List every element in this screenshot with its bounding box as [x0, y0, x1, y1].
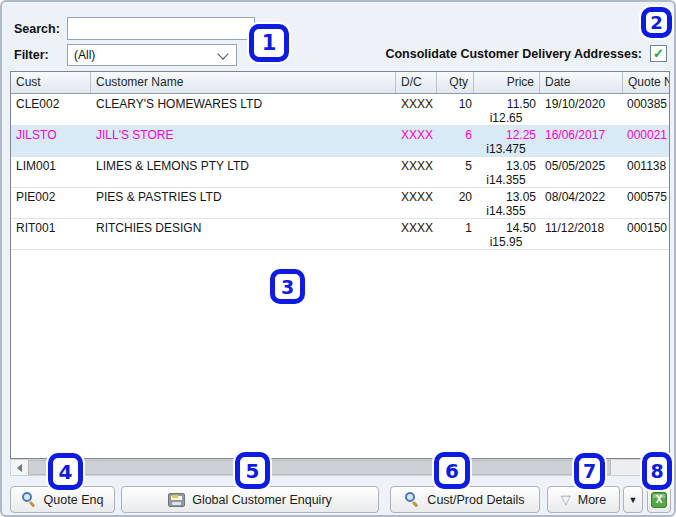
consolidate-checkbox[interactable]: ✓ [650, 45, 667, 62]
left-arrow-icon [17, 464, 22, 472]
column-header-price[interactable]: Price [474, 72, 540, 93]
customer-name: LIMES & LEMONS PTY LTD [96, 159, 392, 174]
date-value: 16/06/2017 [545, 128, 622, 143]
cust-prod-details-label: Cust/Prod Details [427, 493, 524, 507]
horizontal-scrollbar[interactable] [10, 459, 670, 476]
price-value: 13.05 [474, 190, 536, 205]
price-value: 14.50 [474, 221, 536, 236]
dc-value: XXXX [401, 159, 435, 174]
price-value: 11.50 [474, 97, 536, 112]
search-label: Search: [14, 22, 60, 36]
qty-value: 20 [437, 190, 472, 205]
cust-code-link[interactable]: PIE002 [16, 190, 88, 205]
qty-value: 1 [437, 221, 472, 236]
filter-dropdown[interactable]: (All) [67, 44, 237, 66]
price-inc-value: i14.355 [474, 204, 538, 219]
column-header-cust[interactable]: Cust [11, 72, 91, 93]
customer-name: PIES & PASTRIES LTD [96, 190, 392, 205]
table-row[interactable]: LIM001 LIMES & LEMONS PTY LTD XXXX 5 13.… [11, 157, 669, 188]
annotation-badge-3: 3 [270, 269, 305, 304]
quote-enq-label: Quote Enq [44, 493, 104, 507]
price-inc-value: i13.475 [474, 142, 538, 157]
price-inc-value: i15.95 [474, 235, 538, 250]
table-row[interactable]: RIT001 RITCHIES DESIGN XXXX 1 14.50 i15.… [11, 219, 669, 250]
column-header-dc[interactable]: D/C [396, 72, 437, 93]
dc-value: XXXX [401, 221, 435, 236]
column-header-quote-no[interactable]: Quote No [623, 72, 669, 93]
more-button[interactable]: ▽ More [547, 486, 620, 513]
annotation-badge-6: 6 [434, 452, 470, 489]
excel-icon: X [651, 492, 667, 508]
price-value: 13.05 [474, 159, 536, 174]
quote-no-link[interactable]: 000385 [627, 97, 669, 112]
qty-value: 6 [437, 128, 472, 143]
annotation-badge-5: 5 [235, 452, 270, 489]
cust-code-link[interactable]: LIM001 [16, 159, 88, 174]
price-value: 12.25 [474, 128, 536, 143]
scroll-left-button[interactable] [11, 460, 28, 475]
cust-prod-details-button[interactable]: Cust/Prod Details [390, 486, 540, 513]
price-inc-value: i14.355 [474, 173, 538, 188]
grid-header: Cust Customer Name D/C Qty Price Date Qu… [11, 72, 669, 94]
dc-value: XXXX [401, 97, 435, 112]
quote-no-link[interactable]: 001138 [627, 159, 669, 174]
date-value: 19/10/2020 [545, 97, 622, 112]
dropdown-arrow-icon: ▼ [629, 495, 638, 505]
date-value: 11/12/2018 [545, 221, 622, 236]
quote-no-link[interactable]: 000021 [627, 128, 669, 143]
column-header-customer-name[interactable]: Customer Name [91, 72, 396, 93]
customer-name: CLEARY'S HOMEWARES LTD [96, 97, 392, 112]
customer-name: JILL'S STORE [96, 128, 392, 143]
table-row[interactable]: CLE002 CLEARY'S HOMEWARES LTD XXXX 10 11… [11, 95, 669, 126]
cust-code-link[interactable]: JILSTO [16, 128, 88, 143]
dc-value: XXXX [401, 190, 435, 205]
global-customer-enquiry-button[interactable]: Global Customer Enquiry [121, 486, 379, 513]
export-excel-button[interactable]: X [647, 486, 671, 513]
customer-name: RITCHIES DESIGN [96, 221, 392, 236]
quote-no-link[interactable]: 000575 [627, 190, 669, 205]
column-header-date[interactable]: Date [540, 72, 623, 93]
scrollbar-thumb[interactable] [28, 460, 611, 475]
annotation-badge-7: 7 [574, 453, 605, 489]
global-customer-enquiry-label: Global Customer Enquiry [192, 493, 332, 507]
more-label: More [578, 493, 606, 507]
results-grid: Cust Customer Name D/C Qty Price Date Qu… [10, 71, 670, 459]
price-inc-value: i12.65 [474, 111, 538, 126]
table-row-selected[interactable]: JILSTO JILL'S STORE XXXX 6 12.25 i13.475… [11, 126, 669, 157]
register-icon [168, 493, 185, 507]
search-input[interactable] [67, 17, 255, 40]
date-value: 08/04/2022 [545, 190, 622, 205]
magnifier-icon [405, 492, 420, 507]
table-row[interactable]: PIE002 PIES & PASTRIES LTD XXXX 20 13.05… [11, 188, 669, 219]
chevron-down-icon [217, 48, 228, 59]
qty-value: 10 [437, 97, 472, 112]
triangle-down-icon: ▽ [561, 493, 571, 506]
annotation-badge-1: 1 [249, 24, 289, 62]
annotation-badge-4: 4 [48, 453, 83, 490]
checkmark-icon: ✓ [653, 46, 664, 61]
date-value: 05/05/2025 [545, 159, 622, 174]
dc-value: XXXX [401, 128, 435, 143]
consolidate-label: Consolidate Customer Delivery Addresses: [385, 47, 642, 61]
more-dropdown-arrow-button[interactable]: ▼ [623, 486, 643, 513]
quote-enq-button[interactable]: Quote Enq [10, 486, 115, 513]
quote-enquiry-panel: Search: Filter: (All) Consolidate Custom… [0, 0, 676, 517]
magnifier-icon [22, 492, 37, 507]
filter-label: Filter: [14, 48, 49, 62]
quote-no-link[interactable]: 000150 [627, 221, 669, 236]
qty-value: 5 [437, 159, 472, 174]
cust-code-link[interactable]: CLE002 [16, 97, 88, 112]
column-header-qty[interactable]: Qty [437, 72, 474, 93]
filter-value: (All) [74, 48, 95, 62]
cust-code-link[interactable]: RIT001 [16, 221, 88, 236]
annotation-badge-2: 2 [641, 7, 672, 38]
annotation-badge-8: 8 [642, 452, 672, 490]
